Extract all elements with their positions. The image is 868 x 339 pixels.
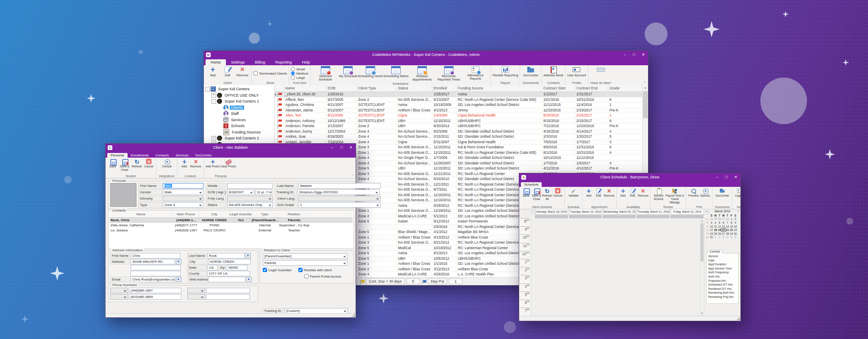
column-header[interactable]: DOB [326,85,357,92]
gender-select[interactable]: Male [163,189,203,195]
day-header[interactable]: Tuesday, March 19, 2019 [569,209,602,214]
tree-item[interactable]: -Super Kid Centers 1 [204,98,274,105]
tracking-id-select[interactable]: Simpson-Ziggy-20070331 [298,189,380,195]
mini-calendar-day[interactable]: 26 [718,232,721,235]
addr-last-name-input[interactable]: Rock [207,253,245,258]
tab-enrollments[interactable]: Enrollments [128,153,152,158]
tree-item[interactable]: Services [204,117,274,123]
prev-day-icon[interactable]: ‹ [531,209,535,214]
column-header[interactable]: Status [397,85,432,92]
close-button[interactable]: ✕ [731,173,740,181]
mini-calendar-day[interactable]: 14 [726,225,729,228]
table-row[interactable]: Aguilera, Christina6/21/2007SGTESTCLIENT… [275,103,648,108]
save-button[interactable]: Save [107,158,118,168]
tab-billing[interactable]: Billing [250,59,270,65]
contacts-column-header[interactable]: Relation [278,212,310,217]
save-close-button[interactable]: Save & Close [119,158,131,172]
mini-calendar-day[interactable]: 27 [721,232,725,235]
mini-calendar-day[interactable]: 13 [721,225,725,228]
phone-number-input[interactable] [206,288,250,293]
mini-calendar-day[interactable]: 16 [733,225,737,228]
save-close-button[interactable]: Save & Close [531,188,542,201]
mini-calendar-day[interactable]: 23 [733,228,737,231]
service-actions-button[interactable]: Service Actions [652,188,665,201]
mini-calendar-day[interactable]: 15 [729,225,733,228]
day-header[interactable]: Monday, March 18, 2019 [535,209,568,214]
column-header[interactable]: Contract Start [542,85,575,92]
parent-portal-access-checkbox[interactable]: Parent Portal Access [304,274,341,278]
table-row[interactable]: Anderson, Sunny12/17/2004Zone 4NA-School… [275,129,648,135]
reconcile-reported-times-button[interactable]: Reconcile Reported Times [436,66,462,81]
mini-calendar-day[interactable]: 2 [718,236,721,239]
mini-calendar-day[interactable]: 4 [726,236,729,239]
column-header[interactable]: Funding Source [456,85,542,92]
tree-expand-icon[interactable]: - [211,99,216,104]
add-photo-button[interactable]: Add Photo [206,158,220,168]
doccenter-button[interactable]: DocCenter [523,66,538,77]
mini-calendar-day[interactable]: 3 [721,236,725,239]
prev-month-icon[interactable]: ‹ [706,210,707,213]
scheduling-genie-button[interactable]: Scheduling Genie [358,66,383,78]
mini-calendar-day[interactable]: 11 [713,225,717,228]
maximize-button[interactable]: □ [337,144,346,151]
save-button[interactable]: Save [521,188,531,197]
mini-calendar-day[interactable]: 29 [729,232,733,235]
contacts-column-header[interactable]: Type [252,212,278,217]
phone-type-select[interactable] [110,294,128,300]
scrollbar-thumb[interactable] [643,91,648,118]
web-icon[interactable] [246,277,252,282]
addr-first-name-input[interactable]: Chris [131,253,181,258]
mini-calendar-day[interactable]: 10 [709,225,713,228]
type-select[interactable]: Zone 3 [163,202,203,208]
mini-calendar-day[interactable]: 24 [709,232,713,235]
mini-calendar-day[interactable]: 25 [713,232,717,235]
remove-client-button[interactable]: Remove [235,66,250,77]
mini-calendar-day[interactable]: 24 [709,217,713,220]
refresh-all-button[interactable]: Refresh All [542,188,552,201]
table-row[interactable]: ▸_client 25, client 251/25/20151/25/2017… [275,92,648,97]
stay-put-filter[interactable]: Stay Put [428,278,447,284]
address3-input[interactable] [131,271,181,276]
edit-client-button[interactable]: Edit [220,66,235,77]
contact-lookup-icon[interactable] [245,253,251,258]
tab-personal[interactable]: Personal [107,153,128,158]
minimize-button[interactable]: – [712,173,722,181]
selected-schedule-button[interactable]: Selected Schedule [312,66,339,81]
table-row[interactable]: Anderson, Pamela2/13/2007Zone 2UBH6/20/2… [275,124,648,129]
availability-edit-button[interactable]: Edit [628,188,637,197]
phone-number-input[interactable]: (446)580-1807 [129,288,181,293]
table-row[interactable]: Affleck, Ben9/27/2005Zone 2NA-605 Servic… [275,97,648,103]
mini-calendar-day[interactable]: 1 [729,217,733,220]
phone-number-input[interactable] [206,294,250,300]
phone-type-select[interactable] [110,288,128,293]
contact-remove-button[interactable]: Remove [190,158,202,168]
contacts-column-header[interactable]: City [199,212,230,217]
first-name-input[interactable]: Alec [163,183,203,189]
middle-input[interactable] [227,183,273,189]
family-language-select[interactable] [227,196,273,201]
tab-contacts[interactable]: Contacts [152,153,172,158]
mini-calendar-day[interactable]: 5 [718,221,721,224]
doccenter-button[interactable]: DocCenter [715,188,729,197]
refresh-button[interactable]: Refresh [131,158,143,168]
mini-calendar-day[interactable]: 9 [733,221,737,224]
mini-calendar-day[interactable]: 5 [729,236,733,239]
flexible-reporting-button[interactable]: Flexible Reporting [492,66,518,77]
address-book-button[interactable]: Address Book [543,66,563,77]
mini-calendar-day[interactable]: 6 [733,236,737,239]
tree-item[interactable]: Funding Sources [204,129,274,136]
font-large-radio[interactable]: Large [291,75,305,80]
mini-calendar-day[interactable]: 31 [709,236,713,239]
mini-calendar-day[interactable]: 4 [713,221,717,224]
mini-calendar-day[interactable]: 18 [713,228,717,231]
font-medium-radio[interactable]: Medium [291,71,308,75]
mini-calendar-day[interactable]: 3 [709,221,713,224]
minimize-button[interactable]: – [328,144,337,151]
my-schedule-button[interactable]: My Schedule [339,66,357,78]
tree-expand-icon[interactable]: + [211,136,216,141]
validate-button[interactable]: Validate [567,188,580,197]
legal-guardian-checkbox[interactable]: Legal Guardian [263,268,292,272]
schedule-title-bar[interactable]: S Client Schedule - Barrymore, Drew – □ … [519,173,740,181]
resides-with-client-checkbox[interactable]: Resides with client [298,268,332,272]
day-header[interactable]: Wednesday, March 20, 2019 [603,209,636,214]
